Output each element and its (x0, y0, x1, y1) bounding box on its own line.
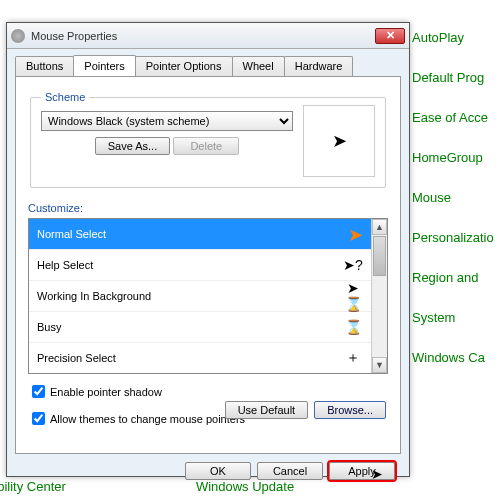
scroll-up-icon[interactable]: ▲ (372, 219, 387, 235)
pointer-preview: ➤ (303, 105, 375, 177)
control-panel-link[interactable]: Region and (412, 270, 494, 285)
list-item-label: Normal Select (37, 228, 106, 240)
tab-panel-pointers: Scheme Windows Black (system scheme) Sav… (15, 76, 401, 454)
list-item[interactable]: Busy⌛ (29, 312, 371, 343)
cancel-button[interactable]: Cancel (257, 462, 323, 480)
tab-hardware[interactable]: Hardware (284, 56, 354, 77)
control-panel-link[interactable]: AutoPlay (412, 30, 494, 45)
list-item[interactable]: Working In Background➤⌛ (29, 281, 371, 312)
list-item-label: Working In Background (37, 290, 151, 302)
allow-themes-checkbox[interactable] (32, 412, 45, 425)
window-title: Mouse Properties (31, 30, 375, 42)
help-cursor-icon: ➤? (343, 257, 363, 273)
control-panel-link[interactable]: System (412, 310, 494, 325)
scroll-thumb[interactable] (373, 236, 386, 276)
enable-shadow-label: Enable pointer shadow (50, 386, 162, 398)
mouse-properties-dialog: Mouse Properties ✕ ButtonsPointersPointe… (6, 22, 410, 477)
use-default-button[interactable]: Use Default (225, 401, 308, 419)
control-panel-link[interactable]: Default Prog (412, 70, 494, 85)
customize-label: Customize: (28, 202, 388, 214)
list-item-label: Busy (37, 321, 61, 333)
tab-wheel[interactable]: Wheel (232, 56, 285, 77)
pointer-listbox[interactable]: Normal Select➤Help Select➤?Working In Ba… (28, 218, 388, 374)
ok-button[interactable]: OK (185, 462, 251, 480)
close-button[interactable]: ✕ (375, 28, 405, 44)
scroll-down-icon[interactable]: ▼ (372, 357, 387, 373)
tab-buttons[interactable]: Buttons (15, 56, 74, 77)
control-panel-link[interactable]: Mouse (412, 190, 494, 205)
tab-strip: ButtonsPointersPointer OptionsWheelHardw… (7, 49, 409, 76)
save-as-button[interactable]: Save As... (95, 137, 171, 155)
scheme-group: Scheme Windows Black (system scheme) Sav… (30, 91, 386, 188)
scrollbar[interactable]: ▲ ▼ (371, 219, 387, 373)
list-item[interactable]: Help Select➤? (29, 250, 371, 281)
arrow-icon: ➤ (348, 224, 363, 246)
delete-button[interactable]: Delete (173, 137, 239, 155)
titlebar[interactable]: Mouse Properties ✕ (7, 23, 409, 49)
list-item[interactable]: Precision Select＋ (29, 343, 371, 373)
precision-cursor-icon: ＋ (343, 349, 363, 367)
browse-button[interactable]: Browse... (314, 401, 386, 419)
app-icon (11, 29, 25, 43)
control-panel-link[interactable]: Windows Ca (412, 350, 494, 365)
scheme-select[interactable]: Windows Black (system scheme) (41, 111, 293, 131)
enable-shadow-checkbox[interactable] (32, 385, 45, 398)
working-cursor-icon: ➤⌛ (343, 280, 363, 312)
tab-pointer-options[interactable]: Pointer Options (135, 56, 233, 77)
list-item[interactable]: Normal Select➤ (29, 219, 371, 250)
list-item-label: Precision Select (37, 352, 116, 364)
scheme-label: Scheme (41, 91, 89, 103)
cursor-preview-icon: ➤ (332, 130, 347, 152)
control-panel-link[interactable]: HomeGroup (412, 150, 494, 165)
close-icon: ✕ (386, 29, 395, 42)
control-panel-link[interactable]: Personalizatio (412, 230, 494, 245)
busy-cursor-icon: ⌛ (343, 319, 363, 335)
control-panel-link[interactable]: Ease of Acce (412, 110, 494, 125)
apply-button[interactable]: Apply (329, 462, 395, 480)
tab-pointers[interactable]: Pointers (73, 55, 135, 76)
allow-themes-label: Allow themes to change mouse pointers (50, 413, 245, 425)
list-item-label: Help Select (37, 259, 93, 271)
